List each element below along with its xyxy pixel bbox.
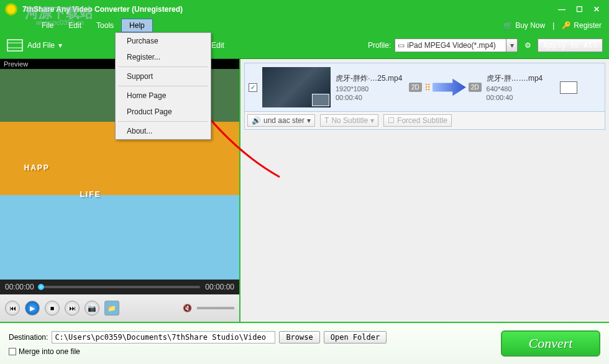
profile-dropdown-button[interactable]: ▾ — [506, 39, 518, 52]
help-product-page[interactable]: Product Page — [116, 104, 211, 120]
menu-separator — [118, 66, 208, 67]
source-duration: 00:00:40 — [336, 94, 404, 101]
file-item-options: 🔊 und aac ster ▾ T No Subtitle ▾ ☐ Force… — [244, 112, 605, 130]
key-icon: 🔑 — [562, 21, 571, 30]
menubar: File Edit Tools Help 🛒 Buy Now | 🔑 Regis… — [0, 19, 609, 32]
header-links: 🛒 Buy Now | 🔑 Register — [503, 19, 602, 32]
volume-slider[interactable] — [197, 307, 234, 309]
mute-icon[interactable]: 🔇 — [183, 304, 192, 312]
snapshot-button[interactable]: 📷 — [85, 301, 99, 316]
add-file-label: Add File — [27, 41, 55, 50]
svg-rect-0 — [7, 40, 22, 51]
help-about[interactable]: About... — [116, 123, 211, 139]
source-resolution: 1920*1080 — [336, 85, 404, 93]
buy-now-link[interactable]: 🛒 Buy Now — [503, 21, 545, 30]
folder-button[interactable]: 📁 — [104, 301, 119, 316]
prev-button[interactable]: ⏮ — [5, 301, 20, 316]
edit-label: Edit — [211, 41, 224, 50]
output-device-icon[interactable] — [560, 81, 577, 94]
titlebar: 7thShare Any Video Converter (Unregister… — [0, 0, 609, 19]
device-icon: ▭ — [398, 41, 405, 50]
add-file-button[interactable]: Add File ▾ — [6, 39, 62, 52]
text-icon: T — [324, 116, 329, 125]
timeline-handle[interactable] — [38, 284, 44, 290]
item-checkbox[interactable]: ✓ — [249, 83, 257, 92]
help-home-page[interactable]: Home Page — [116, 88, 211, 104]
forced-subtitle-label: Forced Subtitle — [397, 116, 447, 125]
profile-label: Profile: — [368, 41, 391, 50]
checkbox-icon: ☐ — [388, 116, 395, 125]
cart-icon: 🛒 — [503, 21, 513, 30]
dots-icon: ⠿ — [424, 83, 430, 93]
preview-overlay2: LIFE — [80, 190, 101, 199]
preview-overlay1: HAPP — [24, 163, 50, 172]
source-info: 虎牙-胖炸·…25.mp4 1920*1080 00:00:40 — [336, 73, 404, 101]
arrow-icon — [433, 79, 466, 96]
open-folder-button[interactable]: Open Folder — [324, 331, 387, 344]
speaker-icon: 🔊 — [252, 116, 261, 125]
timeline[interactable]: 00:00:00 00:00:00 — [0, 280, 239, 294]
main-area: Preview HAPP LIFE 00:00:00 00:00:00 ⏮ ▶ … — [0, 58, 609, 322]
play-button[interactable]: ▶ — [25, 301, 40, 316]
dest-resolution: 640*480 — [487, 85, 555, 93]
time-end: 00:00:00 — [205, 283, 234, 291]
conversion-arrow: 2D ⠿ 2D — [409, 79, 482, 96]
buy-now-label: Buy Now — [515, 21, 545, 30]
register-link[interactable]: 🔑 Register — [562, 21, 602, 30]
file-item[interactable]: ✓ 虎牙-胖炸·…25.mp4 1920*1080 00:00:40 2D ⠿ … — [244, 63, 605, 112]
badge-2d-dst: 2D — [469, 83, 482, 92]
settings-icon[interactable]: ⚙ — [521, 39, 534, 52]
bottom-bar: Destination: Browse Open Folder Merge in… — [0, 322, 609, 364]
browse-button[interactable]: Browse — [279, 331, 319, 344]
menu-separator — [118, 121, 208, 122]
menu-tools[interactable]: Tools — [89, 19, 121, 32]
forced-subtitle-toggle[interactable]: ☐ Forced Subtitle — [383, 114, 452, 127]
help-dropdown: Purchase Register... Support Home Page P… — [115, 32, 211, 140]
minimize-button[interactable]: — — [554, 4, 569, 15]
subtitle-button[interactable]: T No Subtitle ▾ — [320, 114, 378, 127]
badge-2d-src: 2D — [409, 83, 422, 92]
timeline-track[interactable] — [39, 286, 201, 288]
dest-filename: 虎牙-胖…….mp4 — [487, 73, 555, 84]
separator: | — [552, 21, 554, 30]
item-thumbnail-mini — [312, 94, 329, 106]
item-thumbnail — [262, 67, 331, 107]
preview-overlay-text: HAPP LIFE — [24, 149, 101, 202]
time-start: 00:00:00 — [5, 283, 34, 291]
profile-value: iPad MPEG4 Video(*.mp4) — [407, 41, 496, 50]
menu-help[interactable]: Help — [121, 19, 153, 32]
register-label: Register — [574, 21, 602, 30]
profile-select[interactable]: ▭ iPad MPEG4 Video(*.mp4) — [395, 39, 506, 52]
chevron-down-icon: ▾ — [370, 116, 374, 125]
audio-track-label: und aac ster — [263, 116, 304, 125]
close-button[interactable]: ✕ — [589, 4, 604, 15]
app-icon — [5, 3, 17, 16]
source-filename: 虎牙-胖炸·…25.mp4 — [336, 73, 404, 84]
help-support[interactable]: Support — [116, 68, 211, 84]
dest-duration: 00:00:40 — [487, 94, 555, 101]
apply-all-button[interactable]: Apply to All — [538, 39, 603, 52]
menu-file[interactable]: File — [34, 19, 61, 32]
player-controls: ⏮ ▶ ■ ⏭ 📷 📁 🔇 — [0, 294, 239, 322]
stop-button[interactable]: ■ — [45, 301, 60, 316]
destination-input[interactable] — [52, 331, 275, 344]
menu-edit[interactable]: Edit — [61, 19, 89, 32]
convert-button[interactable]: Convert — [501, 330, 600, 357]
file-list-pane: ✓ 虎牙-胖炸·…25.mp4 1920*1080 00:00:40 2D ⠿ … — [239, 59, 609, 322]
next-button[interactable]: ⏭ — [65, 301, 80, 316]
subtitle-label: No Subtitle — [331, 116, 368, 125]
help-purchase[interactable]: Purchase — [116, 33, 211, 49]
window-title: 7thShare Any Video Converter (Unregister… — [22, 5, 554, 14]
menu-separator — [118, 86, 208, 86]
chevron-down-icon: ▾ — [58, 41, 62, 50]
dest-info: 虎牙-胖…….mp4 640*480 00:00:40 — [487, 73, 555, 101]
merge-checkbox[interactable] — [9, 348, 16, 355]
film-icon — [6, 39, 24, 52]
toolbar: Add File ▾ Edit Profile: ▭ iPad MPEG4 Vi… — [0, 32, 609, 58]
toolbar-right: Profile: ▭ iPad MPEG4 Video(*.mp4) ▾ ⚙ A… — [368, 39, 603, 52]
chevron-down-icon: ▾ — [307, 116, 311, 125]
destination-label: Destination: — [9, 333, 48, 342]
help-register[interactable]: Register... — [116, 49, 211, 65]
maximize-button[interactable]: ☐ — [572, 4, 587, 15]
audio-track-button[interactable]: 🔊 und aac ster ▾ — [247, 114, 315, 127]
